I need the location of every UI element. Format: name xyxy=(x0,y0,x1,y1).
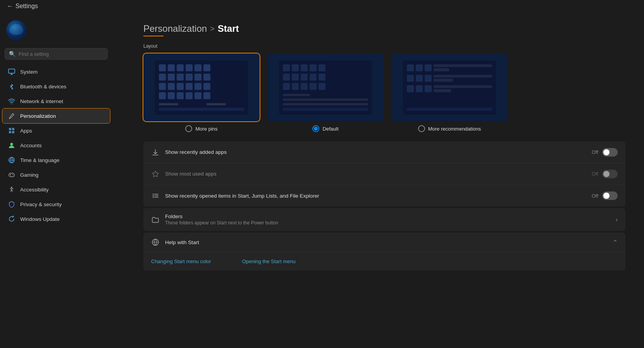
sidebar-label-apps: Apps xyxy=(20,128,32,134)
settings-row-right-recently-added: Off xyxy=(592,148,618,157)
toggle-recently-added[interactable] xyxy=(602,148,618,157)
person-icon xyxy=(8,141,15,149)
help-section: Help with Start ⌃ Changing Start menu co… xyxy=(143,233,625,270)
layout-section-label: Layout xyxy=(143,43,625,49)
list-icon xyxy=(151,191,160,200)
layout-card-label-more-pins: More pins xyxy=(185,125,217,132)
sidebar-item-network[interactable]: Network & internet xyxy=(2,94,110,109)
help-links: Changing Start menu color Opening the St… xyxy=(143,252,625,270)
settings-row-right-most-used: Off xyxy=(592,170,618,178)
layout-card-more-recs[interactable]: More recommendations xyxy=(391,53,508,132)
folder-icon xyxy=(151,215,160,224)
toggle-recently-opened[interactable] xyxy=(602,191,618,200)
radio-default[interactable] xyxy=(312,125,319,132)
bluetooth-icon xyxy=(8,83,15,90)
sidebar-label-bluetooth: Bluetooth & devices xyxy=(20,84,66,90)
sidebar-label-update: Windows Update xyxy=(20,216,60,222)
sidebar-item-accessibility[interactable]: Accessibility xyxy=(2,182,110,197)
radio-more-pins[interactable] xyxy=(185,125,192,132)
sidebar-item-update[interactable]: Windows Update xyxy=(2,212,110,226)
settings-row-text-recently-opened: Show recently opened items in Start, Jum… xyxy=(165,193,586,199)
sidebar-label-gaming: Gaming xyxy=(20,172,38,178)
start-mock-default xyxy=(279,60,372,115)
help-header[interactable]: Help with Start ⌃ xyxy=(143,233,625,252)
avatar xyxy=(6,20,26,40)
download-icon xyxy=(151,148,160,157)
titlebar-title: Settings xyxy=(15,3,38,10)
svg-rect-6 xyxy=(9,131,11,133)
star-icon xyxy=(151,170,160,178)
settings-row-folders[interactable]: Folders These folders appear on Start ne… xyxy=(143,208,625,231)
sidebar-item-time[interactable]: Time & language xyxy=(2,153,110,167)
settings-row-title-recently-opened: Show recently opened items in Start, Jum… xyxy=(165,193,586,199)
sidebar-item-accounts[interactable]: Accounts xyxy=(2,138,110,153)
sidebar-label-personalization: Personalization xyxy=(20,113,56,119)
settings-row-title-most-used: Show most used apps xyxy=(165,171,586,177)
grid-icon xyxy=(8,127,15,134)
start-mock-more-recs xyxy=(403,60,496,115)
settings-row-right-folders: › xyxy=(616,216,618,223)
sidebar-label-accessibility: Accessibility xyxy=(20,187,49,193)
status-text-recently-opened: Off xyxy=(592,193,598,199)
status-text-most-used: Off xyxy=(592,171,598,177)
search-input[interactable] xyxy=(19,51,103,57)
sidebar-item-gaming[interactable]: Gaming xyxy=(2,167,110,182)
svg-point-3 xyxy=(11,103,12,104)
breadcrumb: Personalization > Start xyxy=(143,23,625,34)
toggle-most-used[interactable] xyxy=(602,170,618,178)
sidebar-label-accounts: Accounts xyxy=(20,143,42,148)
svg-rect-0 xyxy=(9,69,15,73)
layout-card-default[interactable]: Default xyxy=(267,53,384,132)
settings-section-toggles: Show recently added apps Off Show most u… xyxy=(143,141,625,207)
pencil-icon xyxy=(8,112,15,120)
sidebar-item-system[interactable]: System xyxy=(2,64,110,79)
back-arrow-icon: ← xyxy=(7,3,13,10)
radio-more-recs[interactable] xyxy=(418,125,425,132)
back-button[interactable]: ← Settings xyxy=(5,2,40,10)
breadcrumb-current: Start xyxy=(218,23,239,34)
svg-point-8 xyxy=(10,143,13,146)
accessibility-icon xyxy=(8,186,15,193)
settings-row-recently-opened[interactable]: Show recently opened items in Start, Jum… xyxy=(143,185,625,207)
layout-card-img-more-pins xyxy=(143,53,260,121)
chevron-right-icon: › xyxy=(616,216,618,223)
help-link-opening-start[interactable]: Opening the Start menu xyxy=(242,258,296,264)
wifi-icon xyxy=(8,97,15,105)
main-content: Personalization > Start Layout xyxy=(112,12,644,348)
svg-rect-4 xyxy=(9,128,11,130)
layout-card-more-pins[interactable]: More pins xyxy=(143,53,260,132)
shield-icon xyxy=(8,200,15,208)
start-mock-more-pins xyxy=(155,60,248,115)
monitor-icon xyxy=(8,68,15,76)
svg-rect-7 xyxy=(12,131,14,133)
layout-card-label-default: Default xyxy=(312,125,338,132)
help-header-text: Help with Start xyxy=(165,239,607,245)
titlebar: ← Settings xyxy=(0,0,644,12)
settings-row-title-folders: Folders xyxy=(165,214,610,219)
help-globe-icon xyxy=(151,238,160,246)
breadcrumb-separator: > xyxy=(210,24,215,33)
settings-row-text-recently-added: Show recently added apps xyxy=(165,149,586,155)
settings-row-text-folders: Folders These folders appear on Start ne… xyxy=(165,214,610,226)
search-box[interactable]: 🔍 xyxy=(5,48,108,60)
refresh-icon xyxy=(8,215,15,223)
breadcrumb-underline xyxy=(143,36,164,36)
layout-cards: More pins xyxy=(143,53,625,132)
settings-row-most-used[interactable]: Show most used apps Off xyxy=(143,163,625,185)
layout-card-label-more-recs: More recommendations xyxy=(418,125,481,132)
globe-icon xyxy=(8,156,15,164)
help-link-changing-color[interactable]: Changing Start menu color xyxy=(151,258,211,264)
radio-default-inner xyxy=(314,127,318,131)
svg-rect-5 xyxy=(12,128,14,130)
settings-row-title-recently-added: Show recently added apps xyxy=(165,149,586,155)
settings-row-recently-added[interactable]: Show recently added apps Off xyxy=(143,141,625,163)
layout-card-img-more-recs xyxy=(391,53,508,121)
sidebar: 🔍 System Bluetooth & devices xyxy=(0,12,112,348)
sidebar-item-personalization[interactable]: Personalization xyxy=(2,109,110,123)
chevron-up-icon: ⌃ xyxy=(613,239,618,246)
sidebar-item-privacy[interactable]: Privacy & security xyxy=(2,197,110,212)
sidebar-item-bluetooth[interactable]: Bluetooth & devices xyxy=(2,79,110,94)
sidebar-label-time: Time & language xyxy=(20,157,60,163)
svg-point-14 xyxy=(12,174,13,175)
sidebar-item-apps[interactable]: Apps xyxy=(2,123,110,138)
